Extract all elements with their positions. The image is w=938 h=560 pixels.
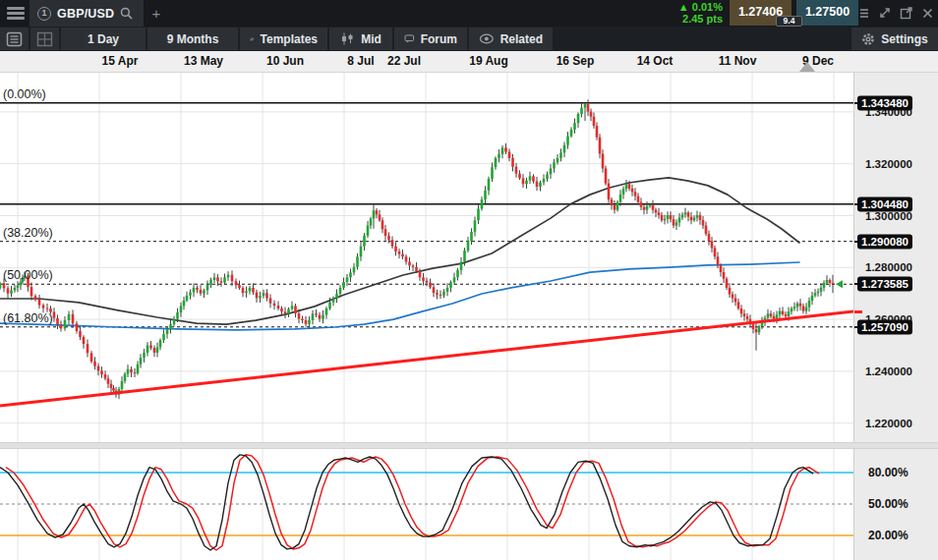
date-tick-label: 14 Oct (637, 54, 674, 68)
forum-button[interactable]: Forum (394, 28, 467, 50)
instrument-tab[interactable]: 1 GBP/USD (29, 0, 144, 27)
last-price-arrow-icon (836, 280, 843, 288)
list-panel-icon (6, 31, 23, 47)
spread-badge: 9.4 (776, 16, 802, 27)
period-button[interactable]: 1 Day (61, 28, 146, 50)
trendline-axis-tick (854, 310, 862, 313)
price-level-badge: 1.273585 (857, 277, 912, 292)
fib-level-label: (38.20%) (3, 226, 53, 240)
tab-index-badge: 1 (37, 7, 51, 21)
date-tick-label: 19 Aug (469, 54, 508, 68)
speech-bubble-icon (404, 32, 415, 45)
price-level-badge: 1.304480 (857, 196, 912, 211)
stoch-axis-label: 50.00% (868, 497, 909, 511)
fib-level-label: (0.00%) (3, 87, 46, 101)
change-points: 2.45 pts (678, 14, 723, 26)
price-level-badge: 1.257090 (857, 319, 912, 334)
pane-divider[interactable] (0, 442, 938, 449)
date-tick-label: 22 Jul (387, 54, 421, 68)
add-tab-button[interactable]: + (147, 5, 165, 23)
gear-icon (861, 32, 875, 46)
drag-handle-icon[interactable] (858, 7, 870, 20)
price-change: ▲ 0.01% 2.45 pts (678, 2, 723, 25)
date-axis[interactable]: 15 Apr13 May10 Jun8 Jul22 Jul19 Aug16 Se… (0, 51, 938, 73)
search-icon[interactable] (120, 7, 133, 20)
date-tick-label: 13 May (184, 54, 223, 68)
price-level-badge: 1.290080 (857, 234, 912, 249)
templates-label: Templates (261, 32, 318, 46)
date-tick-label: 8 Jul (347, 54, 374, 68)
popout-icon[interactable] (900, 6, 913, 20)
date-tick-label: 15 Apr (102, 54, 139, 68)
fib-level-label: (61.80%) (3, 311, 53, 325)
templates-button[interactable]: Templates (240, 28, 327, 50)
buy-price-button[interactable]: 1.27500 (796, 0, 858, 26)
date-tick-label: 10 Jun (266, 54, 304, 68)
chart-list-button[interactable] (0, 28, 29, 50)
price-type-label: Mid (361, 32, 381, 46)
close-icon[interactable] (921, 7, 934, 20)
top-bar: 1 GBP/USD + ▲ 0.01% 2.45 pts 1.27406 1.2… (0, 0, 938, 27)
sliders-icon (250, 33, 255, 45)
layout-grid-button[interactable] (30, 28, 59, 50)
trading-platform-window: 1 GBP/USD + ▲ 0.01% 2.45 pts 1.27406 1.2… (0, 0, 938, 560)
range-label: 9 Months (167, 32, 219, 46)
price-level-badge: 1.343480 (857, 95, 912, 110)
stochastic-pane[interactable] (0, 449, 853, 560)
related-label: Related (500, 32, 543, 46)
stoch-axis-label: 80.00% (868, 466, 909, 479)
period-label: 1 Day (88, 32, 119, 46)
related-button[interactable]: Related (469, 28, 553, 50)
price-axis-label: 1.320000 (865, 158, 912, 170)
forum-label: Forum (421, 32, 457, 46)
expand-icon[interactable] (878, 6, 892, 20)
price-chart-pane[interactable]: (0.00%)(38.20%)(50.00%)(61.80%) (0, 73, 853, 442)
settings-label: Settings (881, 32, 927, 46)
instrument-symbol: GBP/USD (57, 7, 114, 21)
change-arrow-icon: ▲ (678, 1, 689, 13)
menu-icon[interactable] (7, 7, 25, 20)
range-button[interactable]: 9 Months (147, 28, 238, 50)
price-axis-label: 1.280000 (865, 261, 912, 273)
grid-icon (36, 31, 53, 47)
eye-icon (479, 33, 495, 44)
price-axis-label: 1.300000 (865, 210, 912, 222)
change-percent: 0.01% (692, 1, 723, 13)
price-axis-label: 1.220000 (865, 418, 912, 429)
chart-toolbar: 1 Day 9 Months Templates (0, 27, 938, 51)
date-tick-label: 16 Sep (557, 54, 595, 68)
fib-level-label: (50.00%) (3, 268, 53, 282)
settings-button[interactable]: Settings (851, 28, 938, 50)
price-type-button[interactable]: Mid (329, 28, 392, 50)
scroll-to-end-marker-icon[interactable] (799, 62, 815, 72)
price-axis-label: 1.240000 (865, 365, 912, 377)
stoch-axis-label: 20.00% (868, 529, 909, 542)
window-controls (858, 6, 934, 20)
candlestick-icon (340, 32, 355, 45)
date-tick-label: 11 Nov (719, 54, 757, 68)
price-axis[interactable]: 1.3400001.3200001.3000001.2800001.260000… (853, 73, 938, 560)
